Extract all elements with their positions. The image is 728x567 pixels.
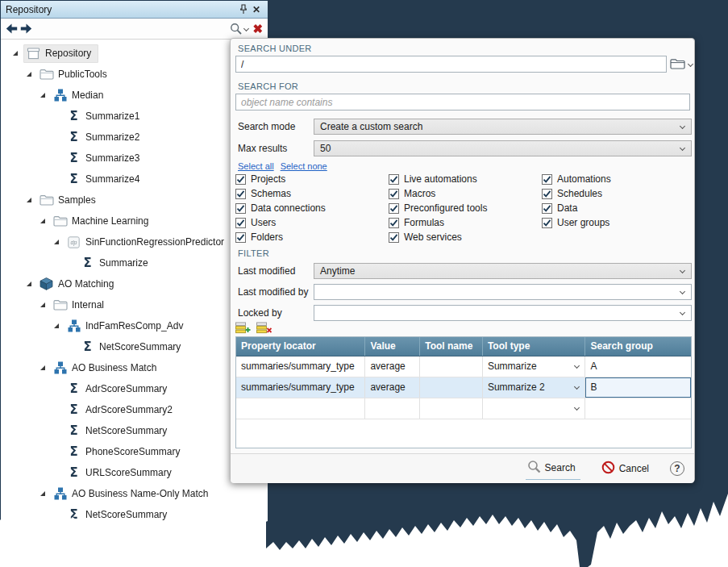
checkbox-live-automations[interactable]: Live automations xyxy=(389,172,539,186)
checkbox-schedules[interactable]: Schedules xyxy=(542,186,692,201)
delete-row-icon[interactable] xyxy=(256,322,272,334)
search-for-input[interactable] xyxy=(235,94,690,110)
expand-collapse-icon[interactable] xyxy=(26,196,34,204)
expand-collapse-icon[interactable] xyxy=(53,322,61,330)
checkbox-automations[interactable]: Automations xyxy=(542,172,692,186)
folder-icon xyxy=(39,194,54,207)
cell-property-locator[interactable] xyxy=(236,398,365,419)
expand-collapse-icon[interactable] xyxy=(40,91,48,99)
back-arrow-icon[interactable] xyxy=(6,23,18,34)
cell-value[interactable] xyxy=(365,398,420,419)
cell-property-locator[interactable]: summaries/summary_type xyxy=(236,377,365,398)
tree-item-netscoresummary[interactable]: ΣNetScoreSummary xyxy=(1,504,268,525)
cancel-icon xyxy=(601,461,615,477)
tree-item-adrscoresummary[interactable]: ΣAdrScoreSummary xyxy=(1,378,268,399)
checkbox-checked-icon xyxy=(389,232,399,243)
expand-collapse-icon[interactable] xyxy=(40,301,48,309)
cell-tool-name[interactable] xyxy=(420,398,483,419)
checkbox-data-connections[interactable]: Data connections xyxy=(235,201,385,215)
checkbox-projects[interactable]: Projects xyxy=(235,172,385,186)
tree-item-urlscoresummary[interactable]: ΣURLScoreSummary xyxy=(1,462,268,483)
cell-value[interactable]: average xyxy=(365,377,420,398)
cell-property-locator[interactable]: summaries/summary_type xyxy=(236,356,365,377)
tree-item-summarize2[interactable]: ΣSummarize2 xyxy=(1,127,268,148)
cancel-button[interactable]: Cancel xyxy=(601,461,649,477)
cell-search-group[interactable]: B xyxy=(585,377,691,398)
last-modified-by-select[interactable] xyxy=(314,284,692,300)
search-dropdown-icon[interactable] xyxy=(230,23,248,35)
expand-collapse-icon[interactable] xyxy=(26,70,34,78)
criteria-row-3[interactable] xyxy=(236,398,691,419)
help-button[interactable]: ? xyxy=(670,461,684,476)
tree-item-netscoresummary[interactable]: ΣNetScoreSummary xyxy=(1,336,268,357)
search-mode-select[interactable]: Create a custom search xyxy=(314,119,692,135)
criteria-row-1[interactable]: summaries/summary_typeaverageSummarizeA xyxy=(236,356,691,377)
search-button[interactable]: Search xyxy=(526,458,580,480)
forward-arrow-icon[interactable] xyxy=(20,23,32,34)
max-results-select[interactable]: 50 xyxy=(314,140,692,156)
tree-item-publictools[interactable]: PublicTools xyxy=(1,64,268,85)
folder-browse-icon[interactable] xyxy=(670,58,693,69)
tree-item-sinfunctionregressionpredictor[interactable]: dpSinFunctionRegressionPredictor xyxy=(1,231,268,252)
tree-item-label: Median xyxy=(72,90,103,101)
checkbox-formulas[interactable]: Formulas xyxy=(389,215,539,230)
tree-item-machine-learning[interactable]: Machine Learning xyxy=(1,211,268,231)
cell-tool-type[interactable]: Summarize 2 xyxy=(483,377,586,398)
add-row-icon[interactable] xyxy=(235,322,251,334)
cell-tool-name[interactable] xyxy=(420,377,483,398)
tree-item-samples[interactable]: Samples xyxy=(1,190,268,211)
tree-item-median[interactable]: Median xyxy=(1,85,268,106)
expand-collapse-icon[interactable] xyxy=(40,490,48,498)
tree-item-netscoresummary[interactable]: ΣNetScoreSummary xyxy=(1,420,268,441)
checkbox-preconfigured-tools[interactable]: Preconfigured tools xyxy=(389,201,539,215)
cell-tool-type[interactable] xyxy=(483,398,586,419)
expand-collapse-icon[interactable] xyxy=(26,280,34,288)
checkbox-data[interactable]: Data xyxy=(542,201,692,215)
tree-item-summarize4[interactable]: ΣSummarize4 xyxy=(1,169,268,190)
tree-item-indfamrescomp-adv[interactable]: IndFamResComp_Adv xyxy=(1,315,268,336)
tree-item-ao-matching[interactable]: AO Matching xyxy=(1,273,268,294)
checkbox-checked-icon xyxy=(389,203,399,214)
tree-item-ao-business-name-only-match[interactable]: AO Business Name-Only Match xyxy=(1,483,268,504)
folder-icon xyxy=(52,298,68,312)
locked-by-select[interactable] xyxy=(314,305,692,321)
checkbox-label: Schedules xyxy=(557,188,602,199)
cell-value[interactable]: average xyxy=(365,356,420,377)
tree-item-adrscoresummary2[interactable]: ΣAdrScoreSummary2 xyxy=(1,399,268,420)
cell-search-group[interactable] xyxy=(585,398,691,419)
sigma-icon: Σ xyxy=(66,173,81,186)
panel-titlebar: Repository ✕ xyxy=(1,1,268,19)
cell-tool-type[interactable]: Summarize xyxy=(483,356,586,377)
checkbox-macros[interactable]: Macros xyxy=(389,186,539,201)
pin-icon[interactable] xyxy=(237,3,250,16)
search-mode-value: Create a custom search xyxy=(320,121,422,132)
cell-search-group[interactable]: A xyxy=(585,356,691,377)
close-icon[interactable]: ✖ xyxy=(252,23,263,35)
search-under-input[interactable] xyxy=(235,56,667,73)
tree-item-summarize[interactable]: ΣSummarize xyxy=(1,252,268,273)
expand-collapse-icon[interactable] xyxy=(40,364,48,372)
close-icon[interactable]: ✕ xyxy=(250,3,263,16)
tree-item-internal[interactable]: Internal xyxy=(1,294,268,315)
criteria-row-2[interactable]: summaries/summary_typeaverageSummarize 2… xyxy=(236,377,691,398)
tree-item-label: URLScoreSummary xyxy=(85,467,172,478)
checkbox-web-services[interactable]: Web services xyxy=(389,230,539,244)
tree-item-phonescoresummary[interactable]: ΣPhoneScoreSummary xyxy=(1,441,268,462)
tree-item-summarize1[interactable]: ΣSummarize1 xyxy=(1,106,268,127)
select-none-link[interactable]: Select none xyxy=(281,161,327,171)
checkbox-users[interactable]: Users xyxy=(235,215,385,230)
search-for-label: SEARCH FOR xyxy=(238,81,298,91)
tree-item-ao-business-match[interactable]: AO Business Match xyxy=(1,357,268,378)
select-all-link[interactable]: Select all xyxy=(238,161,274,171)
cell-tool-name[interactable] xyxy=(420,356,483,377)
checkbox-folders[interactable]: Folders xyxy=(235,230,385,244)
checkbox-user-groups[interactable]: User groups xyxy=(542,215,692,230)
expand-collapse-icon[interactable] xyxy=(12,49,20,57)
tree-item-label: Machine Learning xyxy=(72,215,148,227)
checkbox-schemas[interactable]: Schemas xyxy=(235,186,385,201)
expand-collapse-icon[interactable] xyxy=(53,238,61,246)
tree-item-repository[interactable]: Repository xyxy=(1,43,268,64)
last-modified-select[interactable]: Anytime xyxy=(314,263,692,279)
tree-item-summarize3[interactable]: ΣSummarize3 xyxy=(1,148,268,169)
expand-collapse-icon[interactable] xyxy=(40,217,48,225)
